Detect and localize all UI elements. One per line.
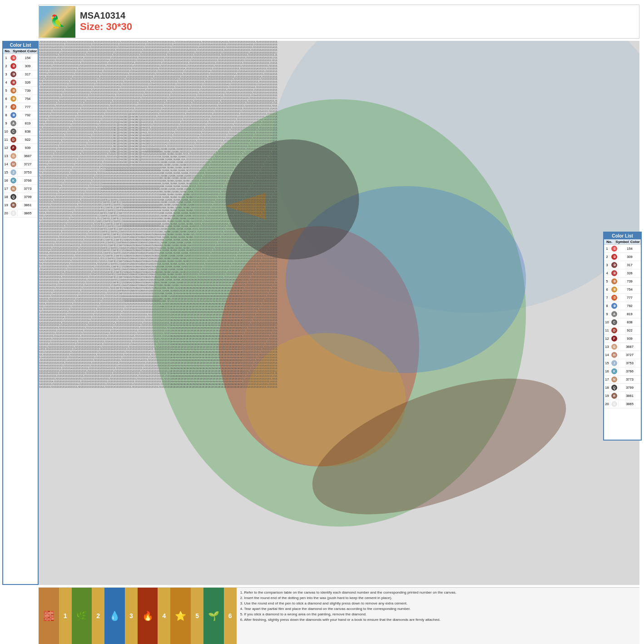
color-row-num: 6 [604,287,610,292]
color-row: 17 N 3773 [3,185,38,193]
color-list-left-rows: 1 ① 154 2 ② 309 3 ③ 317 4 ④ 326 5 [3,54,38,218]
color-row-symbol: G [10,153,18,159]
color-circle: ③ [10,71,16,77]
color-circle: J [10,169,16,175]
color-row-value: 819 [18,121,38,125]
color-row: 3 ③ 317 [3,70,38,79]
color-row-num: 10 [604,320,610,324]
color-row: 13 G 3687 [604,343,641,351]
color-row-num: 8 [604,304,610,308]
thumb-number-6: 6 [224,588,237,644]
color-row-value: 792 [18,113,38,117]
color-row-num: 18 [3,195,10,199]
color-row-value: 3799 [18,195,38,199]
thumb-number-3: 3 [125,588,138,644]
color-row-num: 5 [3,89,10,93]
color-circle: D [611,327,617,333]
thumbnail-3: 💧3 [104,588,138,644]
color-row-symbol: R [10,202,18,208]
color-list-right-rows: 1 ① 154 2 ② 309 3 ③ 317 4 ④ 326 5 [604,245,641,408]
color-list-right-title: Color List [604,233,641,239]
color-row: 7 ⑦ 777 [604,294,641,302]
color-row-num: 19 [3,203,10,207]
color-row: 11 D 922 [3,136,38,144]
color-row-value: 3861 [18,203,38,207]
thumb-image-1: 🧱 [39,588,59,644]
color-row: 5 ⑤ 739 [3,87,38,95]
color-circle: C [611,319,617,325]
color-row-value: 819 [619,312,641,316]
color-row-num: 3 [604,263,610,267]
color-circle: ⑥ [10,96,16,102]
instruction-line: 3. Use the round end of the pen to stick… [240,601,636,606]
color-row: 18 Q 3799 [3,193,38,201]
color-row-value: 922 [18,138,38,142]
color-row-symbol: A [610,311,619,317]
color-row-value: 754 [619,287,641,292]
color-circle: R [611,393,617,399]
color-circle: G [10,153,16,159]
color-row-num: 16 [3,178,10,183]
thumbnail-section: 🧱1🌿2💧3🔥4⭐5🌱6 [39,588,237,644]
canvas-image-container: JSSSSSSSSSSSSSSSSJSSSSSASSSSSSSSSSJSSSSS… [39,41,639,585]
color-row-num: 19 [604,394,610,398]
color-row-num: 12 [604,337,610,341]
color-row-value: 739 [18,89,38,93]
color-list-left-title: Color List [3,42,38,49]
color-row-num: 4 [604,271,610,275]
color-row: 13 G 3687 [3,152,38,160]
thumbnail-4: 🔥4 [138,588,171,644]
color-row: 16 K 3766 [3,177,38,185]
color-row-symbol: C [10,129,18,134]
color-list-left-header: No. Symbol Color [3,49,38,54]
color-row-symbol: G [610,344,619,350]
color-row-value: 317 [18,72,38,76]
color-row-num: 7 [604,296,610,300]
color-row-value: 326 [619,271,641,275]
thumb-number-5: 5 [191,588,203,644]
color-row-num: 9 [3,121,10,125]
product-code: MSA10314 [80,10,132,21]
thumb-number-4: 4 [158,588,170,644]
color-row: 12 F 939 [3,144,38,152]
col-header-symbol-r: Symbol [615,239,630,244]
color-row-num: 15 [604,361,610,365]
color-row-symbol: ① [610,246,619,252]
thumb-image-4: 🔥 [138,588,158,644]
instruction-line: 4. Tear apart the partial film and place… [240,606,636,612]
color-row: 19 R 3861 [604,392,641,400]
color-circle: Q [10,194,16,200]
col-header-color-r: Color [629,239,641,244]
color-row-symbol: ⑦ [10,104,18,110]
color-circle: ⑥ [611,287,617,292]
color-circle: ⑤ [611,278,617,284]
color-row-value: 777 [18,105,38,109]
color-row-value: 792 [619,304,641,308]
color-row-value: 3687 [619,345,641,349]
thumbnail-5: ⭐5 [170,588,203,644]
instruction-line: 5. If you stick a diamond to a wrong are… [240,612,636,617]
color-row: 8 ⑧ 792 [3,111,38,119]
color-list-left: Color List No. Symbol Color 1 ① 154 2 ② … [2,41,39,585]
instruction-line: 1. Refer to the comparison table on the … [240,590,636,595]
color-row: 14 H 3727 [3,160,38,168]
color-circle: ⑧ [10,112,16,118]
color-row-symbol: J [10,169,18,175]
color-row-symbol: ③ [610,262,619,268]
color-row: 15 J 3753 [3,168,38,177]
color-list-right: Color List No. Symbol Color 1 ① 154 2 ② … [603,232,642,441]
color-row: 18 Q 3799 [604,384,641,392]
color-row-value: 3766 [18,178,38,183]
color-circle: ④ [611,270,617,276]
color-row-value: 317 [619,263,641,267]
color-row: 20 S 3865 [3,209,38,218]
color-row-num: 13 [3,154,10,158]
color-row: 2 ② 309 [3,62,38,70]
color-row-value: 838 [619,320,641,324]
color-row: 1 ① 154 [3,54,38,62]
color-circle: C [10,129,16,134]
instruction-line: 2. Insert the round end of the dotting p… [240,595,636,601]
color-row-num: 8 [3,113,10,117]
color-row-num: 3 [3,72,10,76]
color-row-value: 3753 [619,361,641,365]
